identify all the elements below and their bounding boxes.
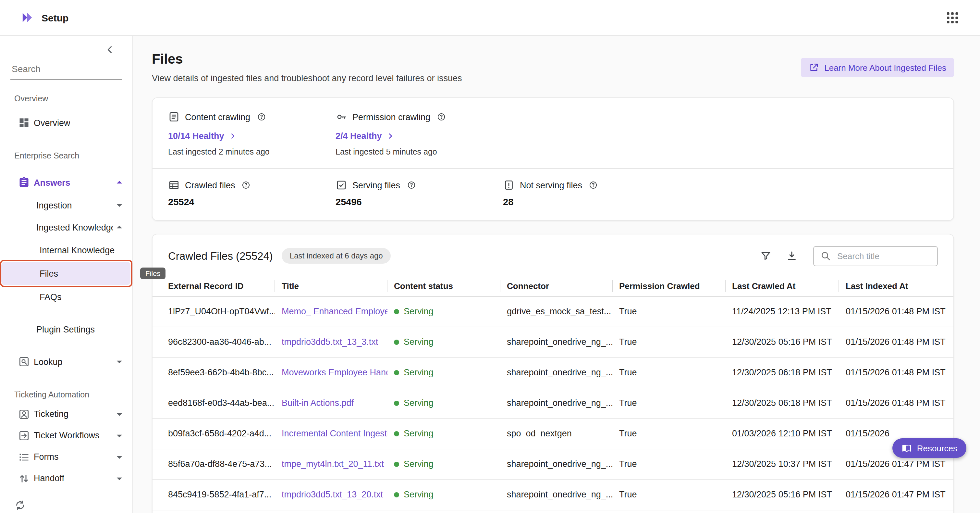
learn-more-button[interactable]: Learn More About Ingested Files <box>801 58 954 77</box>
workflow-icon <box>18 430 30 441</box>
last-indexed-badge: Last indexed at 6 days ago <box>282 248 391 264</box>
table-row[interactable]: 1lPz7_U04OtH-opT04Vwf... Memo_ Enhanced … <box>153 296 953 327</box>
content-crawling-healthy-link[interactable]: 10/14 Healthy <box>168 131 336 141</box>
caret-down-icon[interactable] <box>113 199 126 212</box>
col-header-title[interactable]: Title <box>275 276 387 296</box>
connector-cell: gdrive_es_mock_sa_test... <box>500 296 612 327</box>
file-title-link[interactable]: tmpdrio3dd5.txt_13_3.txt <box>282 337 378 347</box>
page-header: Files View details of ingested files and… <box>152 51 954 83</box>
list-icon <box>18 451 30 463</box>
caret-down-icon[interactable] <box>113 429 126 442</box>
permission-crawling-last-ingested: Last ingested 5 minutes ago <box>336 147 503 156</box>
last-crawled-cell: 01/03/2026 12:10 PM IST <box>725 418 839 449</box>
filter-button[interactable] <box>755 245 777 267</box>
status-dot-icon <box>394 492 399 497</box>
book-icon <box>902 443 912 453</box>
content-status: Serving <box>394 429 495 438</box>
crawled-files-table: External Record ID Title Content status … <box>153 276 953 510</box>
table-row[interactable]: b09fa3cf-658d-4202-a4d... Incremental Co… <box>153 418 953 449</box>
assignment-icon <box>18 177 30 188</box>
lookup-icon <box>18 356 30 368</box>
file-title-link[interactable]: Built-in Actions.pdf <box>282 398 354 408</box>
sidebar-item-answers[interactable]: Answers <box>0 171 132 194</box>
table-row[interactable]: 8ef59ee3-662b-4b4b-8bc... Moveworks Empl… <box>153 357 953 388</box>
sidebar-item-handoff[interactable]: Handoff <box>0 468 132 489</box>
agent-icon <box>18 408 30 420</box>
download-icon <box>786 250 798 262</box>
caret-down-icon[interactable] <box>113 355 126 368</box>
connector-cell: sharepoint_onedrive_ng_... <box>500 449 612 479</box>
help-icon[interactable] <box>407 180 416 190</box>
table-row[interactable]: 96c82300-aa36-4046-ab... tmpdrio3dd5.txt… <box>153 327 953 357</box>
caret-up-icon[interactable] <box>113 221 126 234</box>
caret-up-icon[interactable] <box>113 176 126 189</box>
brand: Setup <box>21 11 68 24</box>
table-row[interactable]: 85f6a70a-df88-4e75-a73... tmpe_myt4ln.tx… <box>153 449 953 479</box>
caret-down-icon[interactable] <box>113 408 126 421</box>
crawled-files-stat: Crawled files 25524 <box>168 179 336 207</box>
sidebar-item-files[interactable]: Files Files <box>1 262 130 285</box>
sidebar-item-partial[interactable] <box>0 499 132 511</box>
status-dot-icon <box>394 431 399 436</box>
sidebar-item-lookup[interactable]: Lookup <box>0 350 132 373</box>
grid-icon <box>168 179 180 191</box>
title-search-input[interactable] <box>836 250 931 261</box>
connector-cell: sharepoint_onedrive_ng_... <box>500 388 612 418</box>
apps-grid-icon <box>947 12 958 23</box>
caret-down-icon[interactable] <box>113 472 126 485</box>
file-title-link[interactable]: Moveworks Employee Handb <box>282 368 387 377</box>
help-icon[interactable] <box>437 112 446 121</box>
content-status: Serving <box>394 490 495 499</box>
sidebar-search-input[interactable] <box>10 63 130 74</box>
sidebar-item-forms[interactable]: Forms <box>0 446 132 468</box>
sidebar-collapse-button[interactable] <box>0 36 132 58</box>
sidebar-item-ingestion[interactable]: Ingestion <box>0 194 132 216</box>
table-toolbar: Crawled Files (25524) Last indexed at 6 … <box>153 234 953 267</box>
title-search[interactable] <box>813 246 938 266</box>
permission-cell: True <box>612 388 725 418</box>
content-status: Serving <box>394 306 495 316</box>
apps-grid-button[interactable] <box>944 10 961 25</box>
sidebar-search[interactable] <box>10 58 122 80</box>
sidebar-item-ticketing[interactable]: Ticketing <box>0 403 132 425</box>
file-title-link[interactable]: Memo_ Enhanced Employee <box>282 306 387 316</box>
last-crawled-cell: 12/30/2025 05:16 PM IST <box>725 479 839 510</box>
serving-files-value: 25496 <box>336 197 503 207</box>
record-id-cell: eed8168f-e0d3-44a5-bea... <box>153 388 275 418</box>
resources-button[interactable]: Resources <box>892 438 966 458</box>
caret-down-icon[interactable] <box>113 450 126 463</box>
sidebar-item-plugin-settings[interactable]: Plugin Settings <box>0 317 132 341</box>
help-icon[interactable] <box>589 180 598 190</box>
sidebar-item-ingested-knowledge[interactable]: Ingested Knowledge <box>0 216 132 238</box>
download-button[interactable] <box>781 245 803 267</box>
permission-cell: True <box>612 327 725 357</box>
file-title-link[interactable]: tmpe_myt4ln.txt_20_11.txt <box>282 459 384 469</box>
chevron-left-icon <box>105 44 116 55</box>
sidebar-item-internal-knowledge[interactable]: Internal Knowledge <box>0 238 132 262</box>
crawled-files-card: Crawled Files (25524) Last indexed at 6 … <box>152 234 954 513</box>
dashboard-icon <box>18 117 30 129</box>
help-icon[interactable] <box>242 180 251 190</box>
last-crawled-cell: 12/30/2025 06:18 PM IST <box>725 388 839 418</box>
col-header-content-status[interactable]: Content status <box>387 276 500 296</box>
last-indexed-cell: 01/15/2026 01:47 PM IST <box>839 479 953 510</box>
help-icon[interactable] <box>257 112 266 121</box>
file-title-link[interactable]: Incremental Content Ingestio <box>282 429 387 438</box>
record-id-cell: b09fa3cf-658d-4202-a4d... <box>153 418 275 449</box>
permission-crawling-stat: Permission crawling 2/4 Healthy Last ing… <box>336 111 503 156</box>
file-title-link[interactable]: tmpdrio3dd5.txt_13_20.txt <box>282 490 383 499</box>
col-header-permission-crawled[interactable]: Permission Crawled <box>612 276 725 296</box>
connector-cell: sharepoint_onedrive_ng_... <box>500 327 612 357</box>
app-root: Setup Overview Overview Enterprise Searc… <box>0 0 980 513</box>
sidebar-item-ticket-workflows[interactable]: Ticket Workflows <box>0 425 132 446</box>
col-header-last-indexed-at[interactable]: Last Indexed At <box>839 276 953 296</box>
table-row[interactable]: 845c9419-5852-4fa1-af7... tmpdrio3dd5.tx… <box>153 479 953 510</box>
record-id-cell: 845c9419-5852-4fa1-af7... <box>153 479 275 510</box>
sidebar-item-faqs[interactable]: FAQs <box>0 285 132 309</box>
col-header-last-crawled-at[interactable]: Last Crawled At <box>725 276 839 296</box>
col-header-external-record-id[interactable]: External Record ID <box>153 276 275 296</box>
col-header-connector[interactable]: Connector <box>500 276 612 296</box>
table-row[interactable]: eed8168f-e0d3-44a5-bea... Built-in Actio… <box>153 388 953 418</box>
permission-crawling-healthy-link[interactable]: 2/4 Healthy <box>336 131 503 141</box>
sidebar-item-overview[interactable]: Overview <box>0 111 132 134</box>
